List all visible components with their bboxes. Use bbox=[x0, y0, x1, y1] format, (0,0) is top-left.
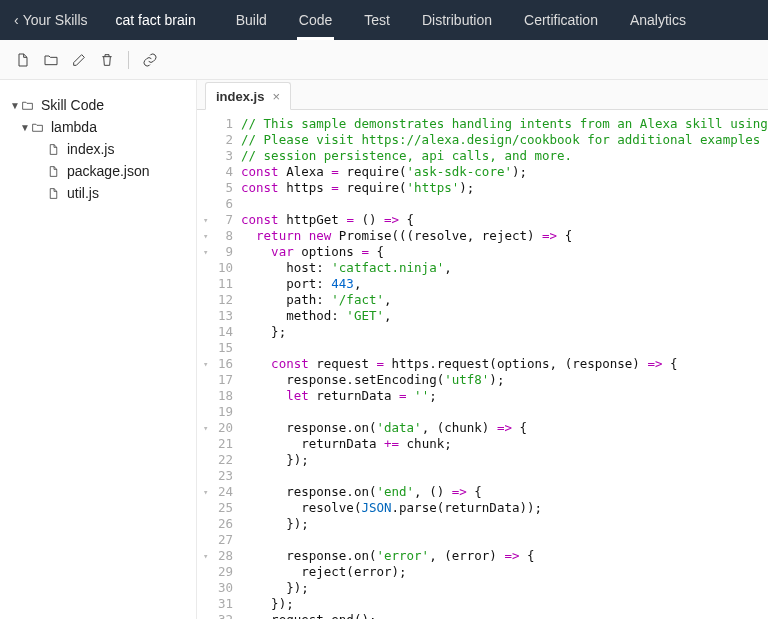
close-icon[interactable]: × bbox=[272, 89, 280, 104]
tree-file[interactable]: util.js bbox=[10, 182, 186, 204]
code-editor[interactable]: 1234567891011121314151617181920212223242… bbox=[197, 110, 768, 619]
nav-tab-code[interactable]: Code bbox=[283, 0, 348, 40]
tree-root-skill-code[interactable]: ▼ Skill Code bbox=[10, 94, 186, 116]
new-file-icon[interactable] bbox=[14, 51, 32, 69]
sidebar-file-tree: ▼ Skill Code ▼ lambda index.jspackage.js… bbox=[0, 80, 196, 619]
nav-back-label: Your Skills bbox=[23, 12, 88, 28]
edit-icon[interactable] bbox=[70, 51, 88, 69]
link-icon[interactable] bbox=[141, 51, 159, 69]
tab-bar: index.js × bbox=[197, 80, 768, 110]
delete-icon[interactable] bbox=[98, 51, 116, 69]
chevron-down-icon: ▼ bbox=[10, 100, 20, 111]
new-folder-icon[interactable] bbox=[42, 51, 60, 69]
nav-tab-certification[interactable]: Certification bbox=[508, 0, 614, 40]
chevron-down-icon: ▼ bbox=[20, 122, 30, 133]
line-gutter: 1234567891011121314151617181920212223242… bbox=[197, 116, 241, 619]
folder-icon bbox=[31, 121, 47, 134]
nav-skill-name[interactable]: cat fact brain bbox=[100, 0, 220, 40]
tree-label: util.js bbox=[67, 185, 99, 201]
tree-label: index.js bbox=[67, 141, 114, 157]
nav-tab-test[interactable]: Test bbox=[348, 0, 406, 40]
tree-label: package.json bbox=[67, 163, 150, 179]
nav-items: BuildCodeTestDistributionCertificationAn… bbox=[220, 0, 702, 40]
chevron-left-icon: ‹ bbox=[14, 12, 19, 28]
tree-folder-lambda[interactable]: ▼ lambda bbox=[10, 116, 186, 138]
tree-file[interactable]: index.js bbox=[10, 138, 186, 160]
folder-icon bbox=[21, 99, 37, 112]
tab-label: index.js bbox=[216, 89, 264, 104]
tab-indexjs[interactable]: index.js × bbox=[205, 82, 291, 110]
toolbar-divider bbox=[128, 51, 129, 69]
editor-area: index.js × 12345678910111213141516171819… bbox=[196, 80, 768, 619]
file-icon bbox=[47, 143, 63, 156]
tree-label: lambda bbox=[51, 119, 97, 135]
nav-tab-distribution[interactable]: Distribution bbox=[406, 0, 508, 40]
file-icon bbox=[47, 187, 63, 200]
code-content[interactable]: // This sample demonstrates handling int… bbox=[241, 116, 768, 619]
nav-tab-build[interactable]: Build bbox=[220, 0, 283, 40]
top-nav: ‹ Your Skills cat fact brain BuildCodeTe… bbox=[0, 0, 768, 40]
nav-back-your-skills[interactable]: ‹ Your Skills bbox=[6, 0, 100, 40]
file-icon bbox=[47, 165, 63, 178]
tree-file[interactable]: package.json bbox=[10, 160, 186, 182]
main-area: ▼ Skill Code ▼ lambda index.jspackage.js… bbox=[0, 80, 768, 619]
toolbar bbox=[0, 40, 768, 80]
nav-tab-analytics[interactable]: Analytics bbox=[614, 0, 702, 40]
tree-label: Skill Code bbox=[41, 97, 104, 113]
